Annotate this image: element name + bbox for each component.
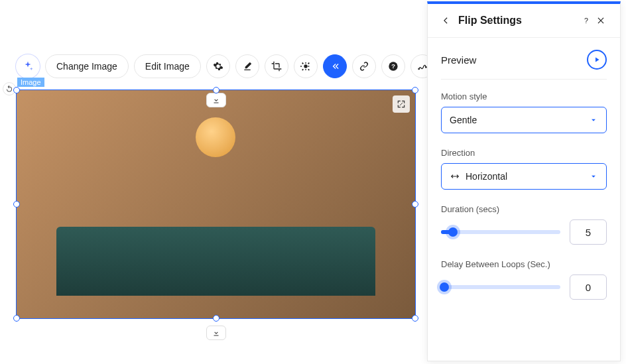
direction-select[interactable]: Horizontal [441, 163, 607, 190]
preview-label: Preview [441, 54, 476, 66]
element-type-badge: Image [17, 78, 44, 87]
delay-label: Delay Between Loops (Sec.) [441, 259, 607, 269]
resize-handle-bm[interactable] [213, 315, 219, 322]
change-image-label: Change Image [56, 61, 117, 72]
resize-handle-br[interactable] [412, 315, 418, 322]
selection-frame [16, 90, 416, 319]
expand-icon[interactable] [393, 95, 410, 113]
animation-button[interactable] [323, 54, 347, 78]
horizontal-arrows-icon [450, 172, 460, 181]
direction-value: Horizontal [466, 171, 507, 182]
delay-slider[interactable] [441, 285, 560, 289]
delay-field: Delay Between Loops (Sec.) 0 [441, 259, 607, 300]
motion-style-label: Motion style [441, 91, 607, 101]
resize-handle-tm[interactable] [213, 87, 219, 93]
edit-image-button[interactable]: Edit Image [134, 54, 201, 78]
change-image-button[interactable]: Change Image [45, 54, 129, 78]
edit-image-label: Edit Image [145, 61, 190, 72]
panel-title: Flip Settings [458, 15, 579, 27]
motion-style-select[interactable]: Gentle [441, 107, 607, 133]
panel-header: Flip Settings ? [428, 4, 620, 38]
selected-image[interactable] [17, 90, 415, 318]
duration-slider[interactable] [441, 230, 560, 234]
crop-button[interactable] [265, 54, 288, 78]
preview-row: Preview [441, 50, 607, 80]
delay-input[interactable]: 0 [570, 274, 607, 300]
motion-style-value: Gentle [450, 115, 477, 125]
settings-button[interactable] [206, 54, 230, 78]
direction-label: Direction [441, 148, 607, 158]
image-canvas[interactable]: Image [16, 90, 416, 319]
svg-point-2 [418, 68, 420, 70]
duration-label: Duration (secs) [441, 204, 607, 214]
image-toolbar: Change Image Edit Image ? [16, 54, 434, 78]
download-top-button[interactable] [206, 93, 226, 107]
panel-help-button[interactable]: ? [579, 15, 594, 26]
svg-text:?: ? [584, 17, 588, 25]
magic-wand-button[interactable] [294, 54, 318, 78]
panel-close-button[interactable] [594, 16, 608, 25]
resize-handle-ml[interactable] [13, 201, 20, 208]
resize-handle-tr[interactable] [412, 87, 418, 93]
chevron-down-icon [589, 172, 598, 181]
brush-button[interactable] [235, 54, 259, 78]
download-bottom-button[interactable] [206, 326, 226, 340]
back-button[interactable] [440, 16, 452, 25]
resize-handle-mr[interactable] [412, 201, 418, 208]
svg-text:?: ? [391, 63, 395, 70]
duration-field: Duration (secs) 5 [441, 204, 607, 245]
motion-style-field: Motion style Gentle [441, 91, 607, 133]
preview-play-button[interactable] [587, 50, 607, 70]
flip-settings-panel: Flip Settings ? Preview Motion style Gen… [427, 1, 621, 361]
direction-field: Direction Horizontal [441, 148, 607, 190]
resize-handle-bl[interactable] [13, 315, 20, 322]
resize-handle-tl[interactable] [13, 87, 20, 93]
duration-input[interactable]: 5 [570, 219, 607, 245]
help-button[interactable]: ? [381, 54, 405, 78]
chevron-down-icon [589, 115, 598, 125]
link-button[interactable] [352, 54, 376, 78]
ai-sparkle-button[interactable] [16, 54, 40, 78]
